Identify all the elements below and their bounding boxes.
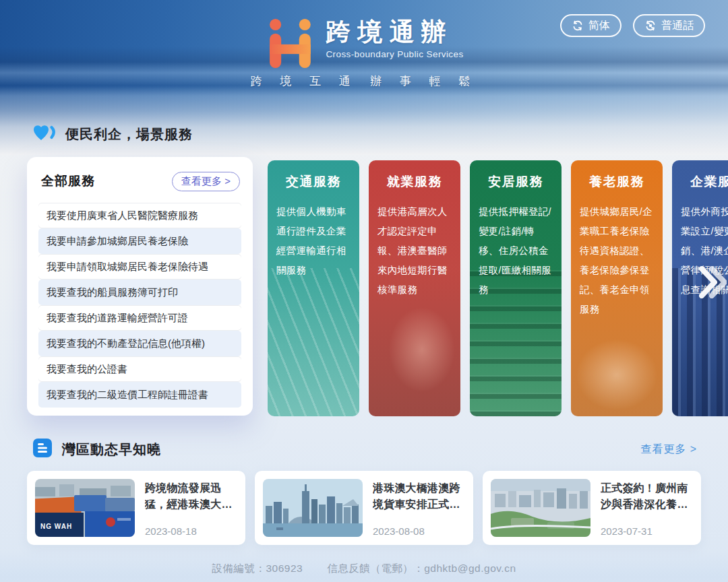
all-services-title: 全部服務 <box>41 172 95 190</box>
main-content: 全部服務 查看更多 > 我要使用廣東省人民醫院醫療服務 我要申請參加城鄉居民養老… <box>0 157 728 545</box>
service-list-item[interactable]: 我要查我的二級造價工程師詿冊證書 <box>38 382 241 408</box>
service-list-item[interactable]: 我要查我的公證書 <box>38 356 241 382</box>
news-title: 港珠澳大橋港澳跨境貨車安排正式實施 <box>373 480 465 513</box>
mandarin-label: 普通話 <box>661 19 694 33</box>
news-date: 2023-07-31 <box>601 525 693 537</box>
news-document-icon <box>32 438 53 461</box>
simplified-chinese-label: 简体 <box>588 19 610 33</box>
simplified-chinese-button[interactable]: 简体 <box>560 14 621 37</box>
double-chevron-right-icon <box>697 263 727 301</box>
category-card-housing[interactable]: 安居服務 提供抵押權登記/變更/註銷/轉移、住房公積金提取/匯繳相關服務 <box>470 160 562 416</box>
site-tagline: 跨 境 互 通辦 事 輕 鬆 <box>0 73 728 89</box>
category-card-carousel: 交通服務 提供個人機動車通行證件及企業經營運輸通行相關服務 就業服務 提供港高層… <box>268 160 728 416</box>
service-list-item[interactable]: 我要申請參加城鄉居民養老保險 <box>38 228 241 254</box>
service-list: 我要使用廣東省人民醫院醫療服務 我要申請參加城鄉居民養老保險 我要申請領取城鄉居… <box>38 203 241 408</box>
service-list-item[interactable]: 我要申請領取城鄉居民養老保險待遇 <box>38 254 241 280</box>
all-services-panel: 全部服務 查看更多 > 我要使用廣東省人民醫院醫療服務 我要申請參加城鄉居民養老… <box>27 157 253 416</box>
logo-people-icon <box>264 18 315 68</box>
mandarin-button[interactable]: 普通話 <box>633 14 705 37</box>
news-title: 正式簽約！廣州南沙與香港深化養老服務合作 <box>601 480 693 513</box>
news-date: 2023-08-18 <box>145 525 237 537</box>
device-number: 設備編號：306923 <box>212 562 303 576</box>
site-subtitle: Cross-boundary Public Services <box>326 49 463 59</box>
translate-icon <box>572 20 584 32</box>
hero-banner: 简体 普通話 <box>0 0 728 155</box>
service-list-item[interactable]: 我要查我的不動產登記信息(他項權) <box>38 331 241 356</box>
news-section-header: 灣區動态早知曉 查看更多 > <box>27 439 701 460</box>
service-list-item[interactable]: 我要查我的道路運輸經營許可證 <box>38 305 241 331</box>
news-date: 2023-08-08 <box>373 525 465 537</box>
site-logo: 跨境通辦 Cross-boundary Public Services <box>264 18 463 68</box>
services-section-title: 便民利企，場景服務 <box>65 125 193 143</box>
speech-toggle-icon <box>644 20 657 32</box>
category-card-transport[interactable]: 交通服務 提供個人機動車通行證件及企業經營運輸通行相關服務 <box>268 160 359 416</box>
news-thumbnail-container-trucks: NG WAH <box>35 479 135 537</box>
language-buttons: 简体 普通話 <box>560 14 705 37</box>
site-title: 跨境通辦 <box>326 18 463 47</box>
service-list-item[interactable]: 我要查我的船員服務簿可打印 <box>38 280 241 305</box>
all-services-header: 全部服務 查看更多 > <box>38 157 241 200</box>
news-thumbnail-city-aerial <box>491 479 590 537</box>
page: 简体 普通話 <box>0 0 728 582</box>
news-row: NG WAH 跨境物流發展迅猛，經港珠澳大橋出入境貨... 2023-08-18 <box>27 471 701 545</box>
carousel-next-button[interactable] <box>697 263 727 301</box>
category-card-employment[interactable]: 就業服務 提供港高層次人才認定評定申報、港澳臺醫師來內地短期行醫核準服務 <box>369 160 460 416</box>
news-more-link[interactable]: 查看更多 > <box>636 442 701 457</box>
news-card[interactable]: 正式簽約！廣州南沙與香港深化養老服務合作 2023-07-31 <box>483 471 701 545</box>
news-thumbnail-hong-kong-skyline <box>263 479 363 537</box>
service-list-item[interactable]: 我要使用廣東省人民醫院醫療服務 <box>38 203 241 228</box>
category-card-elderly[interactable]: 養老服務 提供城鄉居民/企業職工養老保險待遇資格認證、養老保險參保登記、養老金申… <box>571 160 663 416</box>
news-card[interactable]: 港珠澳大橋港澳跨境貨車安排正式實施 2023-08-08 <box>255 471 473 545</box>
page-footer: 設備編號：306923 信息反饋（電郵）：gdhktb@gd.gov.cn <box>0 550 728 582</box>
news-title: 跨境物流發展迅猛，經港珠澳大橋出入境貨... <box>145 480 237 513</box>
svg-text:NG WAH: NG WAH <box>40 523 72 530</box>
services-section-header: 便民利企，場景服務 <box>32 123 193 146</box>
news-section-title: 灣區動态早知曉 <box>62 441 161 459</box>
heart-icon <box>32 123 57 146</box>
all-services-more-button[interactable]: 查看更多 > <box>172 172 240 191</box>
feedback-email: 信息反饋（電郵）：gdhktb@gd.gov.cn <box>327 562 516 576</box>
news-card[interactable]: NG WAH 跨境物流發展迅猛，經港珠澳大橋出入境貨... 2023-08-18 <box>27 471 245 545</box>
services-row: 全部服務 查看更多 > 我要使用廣東省人民醫院醫療服務 我要申請參加城鄉居民養老… <box>27 157 701 416</box>
